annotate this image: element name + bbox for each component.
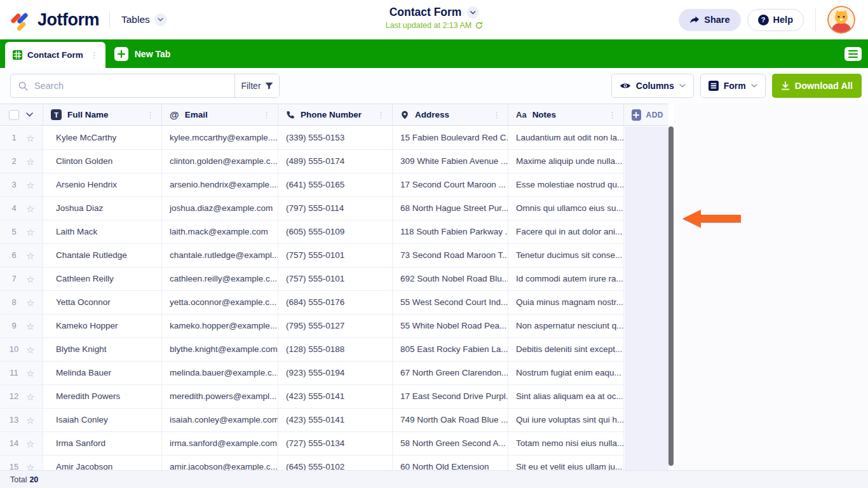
cell-email[interactable]: yetta.oconnor@example.c... xyxy=(162,291,278,314)
cell-full-name[interactable]: Melinda Bauer xyxy=(43,362,162,384)
column-header-phone[interactable]: Phone Number ⋮ xyxy=(278,104,393,125)
favorite-star-icon[interactable]: ☆ xyxy=(26,345,34,355)
cell-notes[interactable]: Quia minus magnam nostr... xyxy=(508,291,624,314)
cell-notes[interactable]: Laudantium aut odit non la... xyxy=(508,126,624,149)
favorite-star-icon[interactable]: ☆ xyxy=(26,298,34,308)
cell-email[interactable]: meredith.powers@exampl... xyxy=(162,385,278,408)
favorite-star-icon[interactable]: ☆ xyxy=(26,369,34,378)
cell-notes[interactable]: Facere qui in aut dolor ani... xyxy=(508,220,624,243)
cell-address[interactable]: 58 North Green Second A... xyxy=(393,432,508,455)
cell-address[interactable]: 309 White Fabien Avenue ... xyxy=(393,150,508,173)
cell-full-name[interactable]: Joshua Diaz xyxy=(43,197,162,220)
select-all-checkbox[interactable] xyxy=(9,110,19,120)
select-menu-chevron-icon[interactable] xyxy=(26,112,33,117)
favorite-star-icon[interactable]: ☆ xyxy=(26,439,34,449)
cell-address[interactable]: 17 East Second Drive Purpl... xyxy=(393,385,508,408)
cell-email[interactable]: joshua.diaz@example.com xyxy=(162,197,278,220)
cell-notes[interactable]: Totam nemo nisi eius nulla... xyxy=(508,432,624,455)
column-header-full-name[interactable]: T Full Name ⋮ xyxy=(43,104,162,125)
favorite-star-icon[interactable]: ☆ xyxy=(26,180,34,190)
download-all-button[interactable]: Download All xyxy=(772,74,862,98)
jotform-logo[interactable]: Jotform xyxy=(10,9,99,30)
cell-phone[interactable]: (797) 555-0114 xyxy=(278,197,393,220)
cell-email[interactable]: kameko.hopper@example.... xyxy=(162,315,278,337)
favorite-star-icon[interactable]: ☆ xyxy=(26,322,34,331)
cell-address[interactable]: 55 White Nobel Road Pea... xyxy=(393,315,508,337)
cell-notes[interactable]: Sit eu et velit eius ullam ju... xyxy=(508,456,624,470)
cell-notes[interactable]: Sint alias aliquam ea at oc... xyxy=(508,385,624,408)
add-column-button[interactable]: ADD xyxy=(624,104,668,125)
cell-address[interactable]: 692 South Nobel Road Blu... xyxy=(393,268,508,290)
cell-notes[interactable]: Tenetur ducimus sit conse... xyxy=(508,244,624,267)
cell-address[interactable]: 68 North Hague Street Pur... xyxy=(393,197,508,220)
column-header-notes[interactable]: Aa Notes ⋮ xyxy=(508,104,624,125)
cell-notes[interactable]: Debitis deleniti sint except... xyxy=(508,338,624,361)
refresh-icon[interactable] xyxy=(475,22,482,29)
cell-email[interactable]: chantale.rutledge@exampl... xyxy=(162,244,278,267)
cell-email[interactable]: cathleen.reilly@example.c... xyxy=(162,268,278,290)
cell-address[interactable]: 73 Second Road Maroon T... xyxy=(393,244,508,267)
cell-email[interactable]: arsenio.hendrix@example.... xyxy=(162,173,278,196)
tables-dropdown[interactable]: Tables xyxy=(121,13,167,26)
column-header-email[interactable]: @ Email ⋮ xyxy=(162,104,278,125)
cell-email[interactable]: blythe.knight@example.com xyxy=(162,338,278,361)
cell-phone[interactable]: (339) 555-0153 xyxy=(278,126,393,149)
cell-email[interactable]: melinda.bauer@example.c... xyxy=(162,362,278,384)
column-menu-kebab-icon[interactable]: ⋮ xyxy=(606,109,618,120)
cell-phone[interactable]: (423) 555-0141 xyxy=(278,409,393,431)
cell-phone[interactable]: (757) 555-0101 xyxy=(278,244,393,267)
cell-full-name[interactable]: Laith Mack xyxy=(43,220,162,243)
tab-contact-form[interactable]: Contact Form ⋮ xyxy=(5,42,105,68)
cell-phone[interactable]: (423) 555-0141 xyxy=(278,385,393,408)
cell-email[interactable]: isaiah.conley@example.com xyxy=(162,409,278,431)
cell-phone[interactable]: (727) 555-0134 xyxy=(278,432,393,455)
cell-full-name[interactable]: Arsenio Hendrix xyxy=(43,173,162,196)
cell-notes[interactable]: Non aspernatur nesciunt q... xyxy=(508,315,624,337)
cell-address[interactable]: 15 Fabien Boulevard Red C... xyxy=(393,126,508,149)
share-button[interactable]: Share xyxy=(679,9,740,31)
column-menu-kebab-icon[interactable]: ⋮ xyxy=(261,109,273,120)
favorite-star-icon[interactable]: ☆ xyxy=(26,251,34,261)
tab-list-button[interactable] xyxy=(844,47,862,61)
favorite-star-icon[interactable]: ☆ xyxy=(26,416,34,425)
cell-full-name[interactable]: Clinton Golden xyxy=(43,150,162,173)
cell-notes[interactable]: Id commodi autem irure ra... xyxy=(508,268,624,290)
column-menu-kebab-icon[interactable]: ⋮ xyxy=(144,109,156,120)
cell-full-name[interactable]: Cathleen Reilly xyxy=(43,268,162,290)
cell-full-name[interactable]: Amir Jacobson xyxy=(43,456,162,470)
cell-phone[interactable]: (757) 555-0101 xyxy=(278,268,393,290)
cell-address[interactable]: 60 North Old Extension xyxy=(393,456,508,470)
favorite-star-icon[interactable]: ☆ xyxy=(26,227,34,237)
cell-full-name[interactable]: Yetta Oconnor xyxy=(43,291,162,314)
cell-address[interactable]: 118 South Fabien Parkway ... xyxy=(393,220,508,243)
cell-full-name[interactable]: Irma Sanford xyxy=(43,432,162,455)
cell-phone[interactable]: (684) 555-0176 xyxy=(278,291,393,314)
cell-notes[interactable]: Esse molestiae nostrud qu... xyxy=(508,173,624,196)
user-avatar[interactable] xyxy=(827,6,855,34)
favorite-star-icon[interactable]: ☆ xyxy=(26,463,34,471)
cell-email[interactable]: kylee.mccarthy@example.... xyxy=(162,126,278,149)
cell-phone[interactable]: (128) 555-0188 xyxy=(278,338,393,361)
cell-address[interactable]: 17 Second Court Maroon ... xyxy=(393,173,508,196)
cell-address[interactable]: 749 North Oak Road Blue ... xyxy=(393,409,508,431)
cell-phone[interactable]: (641) 555-0165 xyxy=(278,173,393,196)
cell-notes[interactable]: Qui iure voluptas sint qui h... xyxy=(508,409,624,431)
favorite-star-icon[interactable]: ☆ xyxy=(26,157,34,166)
cell-phone[interactable]: (795) 555-0127 xyxy=(278,315,393,337)
cell-email[interactable]: irma.sanford@example.com xyxy=(162,432,278,455)
cell-address[interactable]: 67 North Green Clarendon... xyxy=(393,362,508,384)
column-menu-kebab-icon[interactable]: ⋮ xyxy=(375,109,387,120)
help-button[interactable]: ? Help xyxy=(747,9,804,31)
cell-notes[interactable]: Omnis qui ullamco eius su... xyxy=(508,197,624,220)
cell-notes[interactable]: Nostrum fugiat enim eaqu... xyxy=(508,362,624,384)
column-header-address[interactable]: Address ⋮ xyxy=(393,104,508,125)
cell-email[interactable]: clinton.golden@example.c... xyxy=(162,150,278,173)
cell-notes[interactable]: Maxime aliquip unde nulla... xyxy=(508,150,624,173)
favorite-star-icon[interactable]: ☆ xyxy=(26,274,34,284)
favorite-star-icon[interactable]: ☆ xyxy=(26,133,34,143)
favorite-star-icon[interactable]: ☆ xyxy=(26,204,34,214)
cell-email[interactable]: amir.jacobson@example.c... xyxy=(162,456,278,470)
cell-full-name[interactable]: Kameko Hopper xyxy=(43,315,162,337)
vertical-scrollbar[interactable] xyxy=(668,126,674,466)
columns-button[interactable]: Columns xyxy=(611,74,694,98)
